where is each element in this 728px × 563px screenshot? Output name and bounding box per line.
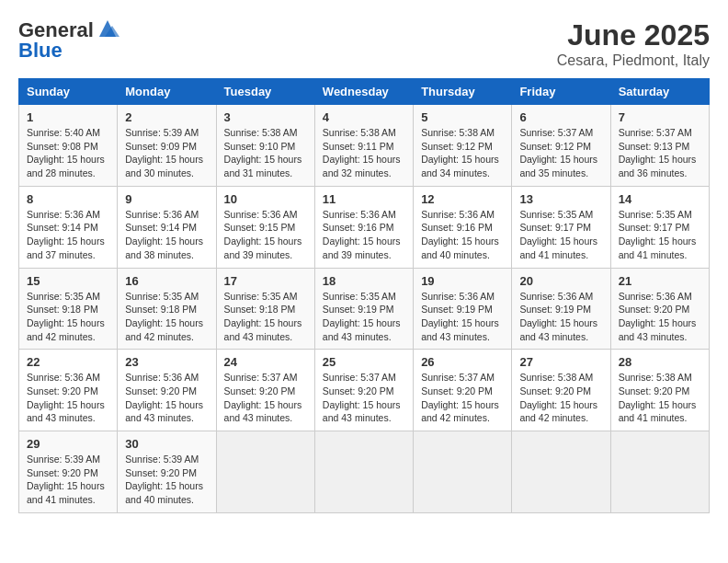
sunset-label: Sunset: 9:12 PM [421, 141, 493, 152]
day-number: 7 [619, 110, 701, 124]
day-info: Sunrise: 5:36 AM Sunset: 9:20 PM Dayligh… [27, 371, 109, 425]
calendar-day-cell: 1 Sunrise: 5:40 AM Sunset: 9:08 PM Dayli… [19, 105, 118, 187]
calendar-day-cell: 19 Sunrise: 5:36 AM Sunset: 9:19 PM Dayl… [414, 268, 512, 350]
month-title: June 2025 [557, 18, 710, 52]
sunset-label: Sunset: 9:20 PM [619, 304, 690, 315]
daylight-label: Daylight: 15 hours and 32 minutes. [323, 154, 401, 178]
daylight-label: Daylight: 15 hours and 42 minutes. [519, 399, 597, 424]
day-info: Sunrise: 5:38 AM Sunset: 9:11 PM Dayligh… [323, 126, 405, 180]
daylight-label: Daylight: 15 hours and 43 minutes. [224, 399, 302, 424]
day-info: Sunrise: 5:38 AM Sunset: 9:20 PM Dayligh… [519, 371, 602, 425]
sunrise-label: Sunrise: 5:38 AM [519, 372, 593, 383]
daylight-label: Daylight: 15 hours and 36 minutes. [619, 154, 697, 178]
calendar-day-cell: 24 Sunrise: 5:37 AM Sunset: 9:20 PM Dayl… [216, 350, 314, 431]
sunrise-label: Sunrise: 5:35 AM [27, 291, 100, 302]
daylight-label: Daylight: 15 hours and 42 minutes. [125, 317, 203, 342]
day-info: Sunrise: 5:39 AM Sunset: 9:20 PM Dayligh… [125, 453, 208, 507]
sunrise-label: Sunrise: 5:39 AM [125, 127, 199, 138]
daylight-label: Daylight: 15 hours and 43 minutes. [224, 317, 302, 342]
day-number: 13 [519, 192, 602, 206]
calendar-day-cell: 5 Sunrise: 5:38 AM Sunset: 9:12 PM Dayli… [414, 105, 512, 187]
sunrise-label: Sunrise: 5:36 AM [619, 291, 692, 302]
day-info: Sunrise: 5:36 AM Sunset: 9:16 PM Dayligh… [421, 208, 504, 262]
sunrise-label: Sunrise: 5:39 AM [27, 454, 100, 465]
calendar-week-row: 15 Sunrise: 5:35 AM Sunset: 9:18 PM Dayl… [19, 268, 710, 350]
sunset-label: Sunset: 9:18 PM [224, 304, 296, 315]
day-number: 6 [519, 110, 602, 124]
daylight-label: Daylight: 15 hours and 43 minutes. [519, 317, 597, 342]
sunrise-label: Sunrise: 5:37 AM [619, 127, 692, 138]
sunrise-label: Sunrise: 5:38 AM [421, 127, 495, 138]
day-info: Sunrise: 5:36 AM Sunset: 9:14 PM Dayligh… [27, 208, 109, 262]
day-info: Sunrise: 5:36 AM Sunset: 9:19 PM Dayligh… [421, 290, 504, 344]
daylight-label: Daylight: 15 hours and 43 minutes. [421, 317, 499, 342]
logo: General Blue [18, 18, 119, 63]
calendar-day-cell: 16 Sunrise: 5:35 AM Sunset: 9:18 PM Dayl… [118, 268, 216, 350]
calendar-day-cell: 6 Sunrise: 5:37 AM Sunset: 9:12 PM Dayli… [512, 105, 610, 187]
day-info: Sunrise: 5:36 AM Sunset: 9:15 PM Dayligh… [224, 208, 307, 262]
day-number: 20 [519, 274, 602, 288]
day-number: 21 [619, 274, 701, 288]
sunrise-label: Sunrise: 5:37 AM [224, 372, 298, 383]
day-number: 10 [224, 192, 307, 206]
sunset-label: Sunset: 9:16 PM [323, 222, 394, 233]
daylight-label: Daylight: 15 hours and 31 minutes. [224, 154, 302, 178]
day-number: 4 [323, 110, 405, 124]
day-number: 27 [519, 355, 602, 369]
day-info: Sunrise: 5:37 AM Sunset: 9:12 PM Dayligh… [519, 126, 602, 180]
calendar-day-cell: 3 Sunrise: 5:38 AM Sunset: 9:10 PM Dayli… [216, 105, 314, 187]
day-number: 18 [323, 274, 405, 288]
daylight-label: Daylight: 15 hours and 41 minutes. [619, 236, 697, 260]
calendar-day-cell: 9 Sunrise: 5:36 AM Sunset: 9:14 PM Dayli… [118, 186, 216, 268]
day-info: Sunrise: 5:40 AM Sunset: 9:08 PM Dayligh… [27, 126, 109, 180]
sunrise-label: Sunrise: 5:37 AM [421, 372, 495, 383]
daylight-label: Daylight: 15 hours and 41 minutes. [519, 236, 597, 260]
calendar-day-cell: 2 Sunrise: 5:39 AM Sunset: 9:09 PM Dayli… [118, 105, 216, 187]
calendar-day-cell [512, 431, 610, 513]
daylight-label: Daylight: 15 hours and 37 minutes. [27, 236, 105, 260]
day-number: 3 [224, 110, 307, 124]
calendar-day-cell: 27 Sunrise: 5:38 AM Sunset: 9:20 PM Dayl… [512, 350, 610, 431]
day-number: 28 [619, 355, 701, 369]
sunset-label: Sunset: 9:11 PM [323, 141, 394, 152]
calendar-day-cell: 8 Sunrise: 5:36 AM Sunset: 9:14 PM Dayli… [19, 186, 118, 268]
page-header: General Blue June 2025 Cesara, Piedmont,… [18, 18, 710, 69]
calendar-day-cell: 18 Sunrise: 5:35 AM Sunset: 9:19 PM Dayl… [314, 268, 413, 350]
day-info: Sunrise: 5:37 AM Sunset: 9:13 PM Dayligh… [619, 126, 701, 180]
day-number: 26 [421, 355, 504, 369]
sunset-label: Sunset: 9:08 PM [27, 141, 98, 152]
daylight-label: Daylight: 15 hours and 43 minutes. [27, 399, 105, 424]
sunset-label: Sunset: 9:20 PM [27, 385, 98, 396]
day-info: Sunrise: 5:39 AM Sunset: 9:09 PM Dayligh… [125, 126, 208, 180]
calendar-table: Sunday Monday Tuesday Wednesday Thursday… [18, 78, 710, 513]
daylight-label: Daylight: 15 hours and 28 minutes. [27, 154, 105, 178]
sunrise-label: Sunrise: 5:36 AM [519, 291, 593, 302]
day-info: Sunrise: 5:36 AM Sunset: 9:20 PM Dayligh… [619, 290, 701, 344]
sunrise-label: Sunrise: 5:38 AM [224, 127, 298, 138]
sunrise-label: Sunrise: 5:37 AM [323, 372, 396, 383]
daylight-label: Daylight: 15 hours and 40 minutes. [125, 480, 203, 505]
calendar-day-cell: 28 Sunrise: 5:38 AM Sunset: 9:20 PM Dayl… [610, 350, 709, 431]
calendar-day-cell: 22 Sunrise: 5:36 AM Sunset: 9:20 PM Dayl… [19, 350, 118, 431]
calendar-day-cell: 21 Sunrise: 5:36 AM Sunset: 9:20 PM Dayl… [610, 268, 709, 350]
daylight-label: Daylight: 15 hours and 43 minutes. [323, 317, 401, 342]
calendar-day-cell: 4 Sunrise: 5:38 AM Sunset: 9:11 PM Dayli… [314, 105, 413, 187]
daylight-label: Daylight: 15 hours and 42 minutes. [421, 399, 499, 424]
calendar-day-cell [216, 431, 314, 513]
daylight-label: Daylight: 15 hours and 40 minutes. [421, 236, 499, 260]
col-wednesday: Wednesday [314, 79, 413, 105]
title-block: June 2025 Cesara, Piedmont, Italy [557, 18, 710, 69]
sunset-label: Sunset: 9:18 PM [27, 304, 98, 315]
col-sunday: Sunday [19, 79, 118, 105]
sunrise-label: Sunrise: 5:37 AM [519, 127, 593, 138]
daylight-label: Daylight: 15 hours and 43 minutes. [323, 399, 401, 424]
sunset-label: Sunset: 9:13 PM [619, 141, 690, 152]
sunset-label: Sunset: 9:20 PM [519, 385, 591, 396]
sunrise-label: Sunrise: 5:38 AM [323, 127, 396, 138]
sunrise-label: Sunrise: 5:36 AM [27, 209, 100, 220]
day-info: Sunrise: 5:35 AM Sunset: 9:19 PM Dayligh… [323, 290, 405, 344]
col-monday: Monday [118, 79, 216, 105]
calendar-header-row: Sunday Monday Tuesday Wednesday Thursday… [19, 79, 710, 105]
sunset-label: Sunset: 9:20 PM [323, 385, 394, 396]
day-number: 25 [323, 355, 405, 369]
